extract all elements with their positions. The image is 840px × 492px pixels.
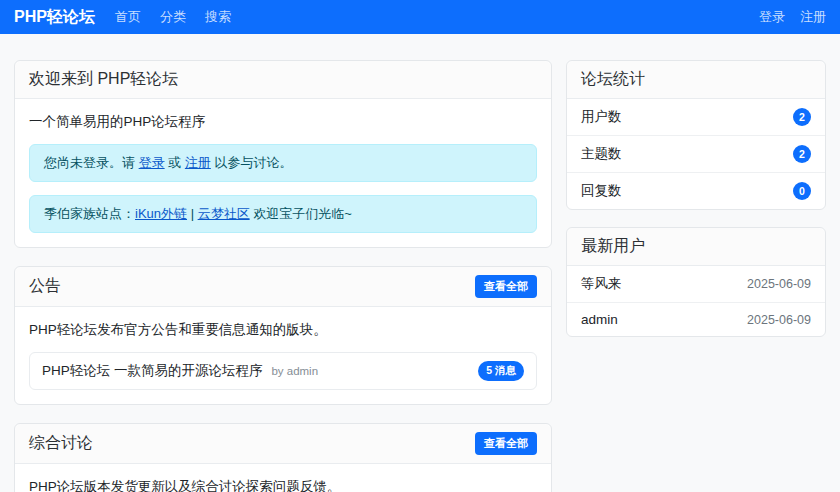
topic-message-count-badge: 5 消息 bbox=[478, 361, 524, 381]
stat-label: 主题数 bbox=[581, 145, 622, 163]
promo-alert-text: | bbox=[187, 206, 198, 221]
user-join-date: 2025-06-09 bbox=[747, 313, 811, 327]
welcome-card: 欢迎来到 PHP轻论坛 一个简单易用的PHP论坛程序 您尚未登录。请 登录 或 … bbox=[14, 60, 552, 248]
latest-users-list: 等风来 2025-06-09 admin 2025-06-09 bbox=[567, 266, 825, 336]
main-column: 欢迎来到 PHP轻论坛 一个简单易用的PHP论坛程序 您尚未登录。请 登录 或 … bbox=[14, 60, 552, 492]
topic-title[interactable]: PHP轻论坛 一款简易的开源论坛程序 bbox=[42, 363, 263, 378]
board-card-announcements: 公告 查看全部 PHP轻论坛发布官方公告和重要信息通知的版块。 PHP轻论坛 一… bbox=[14, 266, 552, 405]
login-link[interactable]: 登录 bbox=[759, 8, 785, 26]
nav-item-search[interactable]: 搜索 bbox=[205, 8, 231, 26]
stat-count-badge: 0 bbox=[793, 182, 811, 200]
stat-count-badge: 2 bbox=[793, 108, 811, 126]
forum-stats-list: 用户数 2 主题数 2 回复数 0 bbox=[567, 99, 825, 209]
welcome-title: 欢迎来到 PHP轻论坛 bbox=[29, 69, 178, 90]
latest-users-header: 最新用户 bbox=[567, 228, 825, 266]
nav-item-home[interactable]: 首页 bbox=[115, 8, 141, 26]
user-join-date: 2025-06-09 bbox=[747, 277, 811, 291]
login-alert-text: 以参与讨论。 bbox=[211, 155, 293, 170]
board-general-body: PHP论坛版本发货更新以及综合讨论探索问题反馈。 PHP轻论坛 v3.0 - 完… bbox=[15, 464, 551, 492]
promo-link-yunmeng[interactable]: 云梦社区 bbox=[198, 206, 250, 221]
nav-links: 首页 分类 搜索 bbox=[115, 8, 759, 26]
top-navbar: PHP轻论坛 首页 分类 搜索 登录 注册 bbox=[0, 0, 840, 34]
promo-alert-text: 欢迎宝子们光临~ bbox=[250, 206, 352, 221]
register-link[interactable]: 注册 bbox=[800, 8, 826, 26]
latest-users-card: 最新用户 等风来 2025-06-09 admin 2025-06-09 bbox=[566, 227, 826, 337]
site-brand[interactable]: PHP轻论坛 bbox=[14, 7, 95, 28]
board-title: 公告 bbox=[29, 276, 61, 297]
forum-stats-title: 论坛统计 bbox=[581, 69, 645, 90]
topic-author: by admin bbox=[271, 365, 318, 377]
board-announcements-header: 公告 查看全部 bbox=[15, 267, 551, 307]
auth-links: 登录 注册 bbox=[759, 8, 826, 26]
sidebar-column: 论坛统计 用户数 2 主题数 2 回复数 0 最新用户 bbox=[566, 60, 826, 337]
welcome-card-header: 欢迎来到 PHP轻论坛 bbox=[15, 61, 551, 99]
stat-label: 用户数 bbox=[581, 108, 622, 126]
board-title: 综合讨论 bbox=[29, 433, 93, 454]
stat-row-replies: 回复数 0 bbox=[567, 173, 825, 209]
stat-row-users: 用户数 2 bbox=[567, 99, 825, 136]
latest-users-title: 最新用户 bbox=[581, 236, 645, 257]
stat-count-badge: 2 bbox=[793, 145, 811, 163]
board-card-general-discussion: 综合讨论 查看全部 PHP论坛版本发货更新以及综合讨论探索问题反馈。 PHP轻论… bbox=[14, 423, 552, 492]
alert-register-link[interactable]: 注册 bbox=[185, 155, 211, 170]
promo-link-ikun[interactable]: iKun外链 bbox=[135, 206, 187, 221]
promo-alert: 季伯家族站点：iKun外链 | 云梦社区 欢迎宝子们光临~ bbox=[29, 195, 537, 233]
welcome-description: 一个简单易用的PHP论坛程序 bbox=[29, 113, 537, 131]
login-alert: 您尚未登录。请 登录 或 注册 以参与讨论。 bbox=[29, 144, 537, 182]
board-description: PHP轻论坛发布官方公告和重要信息通知的版块。 bbox=[29, 321, 537, 339]
forum-stats-card: 论坛统计 用户数 2 主题数 2 回复数 0 bbox=[566, 60, 826, 210]
page-container: 欢迎来到 PHP轻论坛 一个简单易用的PHP论坛程序 您尚未登录。请 登录 或 … bbox=[0, 34, 840, 492]
login-alert-text: 或 bbox=[165, 155, 185, 170]
topic-list-item[interactable]: PHP轻论坛 一款简易的开源论坛程序 by admin 5 消息 bbox=[29, 352, 537, 390]
view-all-button[interactable]: 查看全部 bbox=[475, 432, 537, 455]
board-announcements-body: PHP轻论坛发布官方公告和重要信息通知的版块。 PHP轻论坛 一款简易的开源论坛… bbox=[15, 307, 551, 404]
user-row: admin 2025-06-09 bbox=[567, 303, 825, 336]
login-alert-text: 您尚未登录。请 bbox=[44, 155, 139, 170]
stat-row-topics: 主题数 2 bbox=[567, 136, 825, 173]
board-general-header: 综合讨论 查看全部 bbox=[15, 424, 551, 464]
topic-text: PHP轻论坛 一款简易的开源论坛程序 by admin bbox=[42, 362, 318, 380]
user-name[interactable]: 等风来 bbox=[581, 275, 622, 293]
alert-login-link[interactable]: 登录 bbox=[139, 155, 165, 170]
view-all-button[interactable]: 查看全部 bbox=[475, 275, 537, 298]
forum-stats-header: 论坛统计 bbox=[567, 61, 825, 99]
stat-label: 回复数 bbox=[581, 182, 622, 200]
nav-item-categories[interactable]: 分类 bbox=[160, 8, 186, 26]
promo-alert-text: 季伯家族站点： bbox=[44, 206, 135, 221]
welcome-card-body: 一个简单易用的PHP论坛程序 您尚未登录。请 登录 或 注册 以参与讨论。 季伯… bbox=[15, 99, 551, 247]
user-row: 等风来 2025-06-09 bbox=[567, 266, 825, 303]
board-description: PHP论坛版本发货更新以及综合讨论探索问题反馈。 bbox=[29, 478, 537, 492]
user-name[interactable]: admin bbox=[581, 312, 618, 327]
